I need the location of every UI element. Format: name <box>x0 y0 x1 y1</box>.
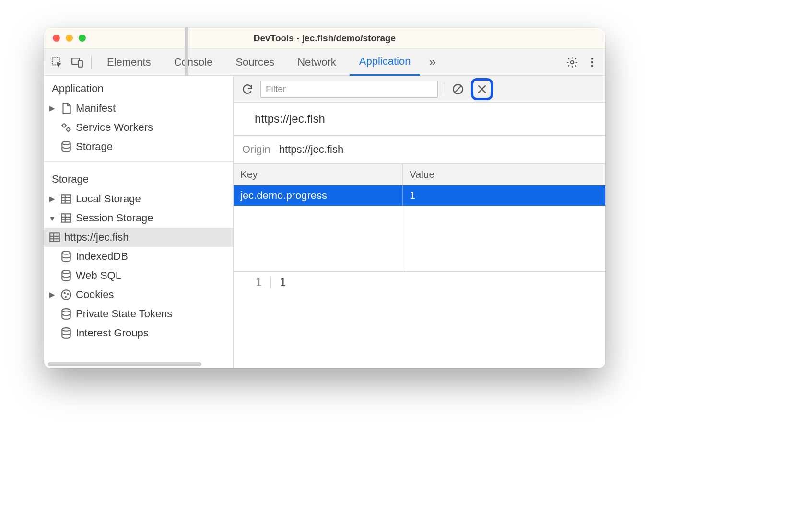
cookie-icon <box>59 288 73 301</box>
cell-value[interactable]: 1 <box>403 185 605 206</box>
svg-point-14 <box>62 270 70 274</box>
sidebar-item-label: Cookies <box>76 289 114 301</box>
devtools-window: DevTools - jec.fish/demo/storage Element… <box>44 28 605 368</box>
delete-selected-icon[interactable] <box>474 81 490 97</box>
tab-network[interactable]: Network <box>288 49 346 76</box>
sidebar-item-local-storage[interactable]: ▶ Local Storage <box>44 189 233 208</box>
storage-toolbar <box>234 76 605 103</box>
svg-point-7 <box>62 124 66 127</box>
database-icon <box>59 140 73 153</box>
tab-sources[interactable]: Sources <box>226 49 284 76</box>
sidebar-item-storage-app[interactable]: Storage <box>44 137 233 156</box>
storage-table-header: Key Value <box>234 164 605 185</box>
origin-heading: https://jec.fish <box>234 103 605 136</box>
sidebar-item-service-workers[interactable]: Service Workers <box>44 118 233 137</box>
inspect-icon[interactable] <box>49 54 65 70</box>
svg-point-8 <box>67 128 70 131</box>
clear-all-icon[interactable] <box>450 81 466 97</box>
sidebar-horizontal-scrollbar[interactable] <box>48 362 201 366</box>
sidebar-item-session-storage[interactable]: ▼ Session Storage <box>44 208 233 228</box>
table-icon <box>59 192 73 206</box>
database-icon <box>59 250 73 263</box>
filter-input[interactable] <box>260 81 438 98</box>
origin-label: Origin <box>242 143 270 156</box>
line-number: 1 <box>234 277 271 289</box>
origin-value: https://jec.fish <box>279 143 344 156</box>
svg-point-17 <box>67 294 68 295</box>
svg-point-15 <box>61 290 71 300</box>
value-viewer: 1 1 <box>234 272 605 293</box>
sidebar-item-interest-groups[interactable]: Interest Groups <box>44 324 233 343</box>
sidebar-item-label: Session Storage <box>76 212 153 224</box>
column-header-value[interactable]: Value <box>403 164 605 185</box>
expand-arrow-icon: ▶ <box>48 195 57 203</box>
table-icon <box>59 211 73 225</box>
content-area: Application ▶ Manifest Service Workers <box>44 76 605 368</box>
viewer-content: 1 <box>271 277 605 289</box>
svg-point-19 <box>62 309 70 312</box>
sidebar-item-label: Manifest <box>76 102 116 115</box>
collapse-arrow-icon: ▼ <box>48 214 57 222</box>
svg-point-20 <box>62 328 70 331</box>
sidebar-item-manifest[interactable]: ▶ Manifest <box>44 99 233 118</box>
expand-arrow-icon: ▶ <box>48 290 57 299</box>
database-icon <box>59 326 73 340</box>
window-title: DevTools - jec.fish/demo/storage <box>44 33 605 44</box>
origin-row: Origin https://jec.fish <box>234 136 605 164</box>
tab-overflow[interactable]: » <box>424 49 440 76</box>
database-icon <box>59 307 73 321</box>
table-row[interactable]: jec.demo.progress 1 <box>234 185 605 206</box>
svg-point-18 <box>65 296 66 297</box>
sidebar-item-label: Interest Groups <box>76 327 149 339</box>
tab-elements[interactable]: Elements <box>97 49 161 76</box>
separator <box>91 56 92 69</box>
svg-point-6 <box>591 65 593 67</box>
svg-point-5 <box>591 61 593 63</box>
database-icon <box>59 269 73 282</box>
svg-rect-12 <box>50 233 59 241</box>
svg-point-4 <box>591 58 593 59</box>
sidebar-item-indexeddb[interactable]: IndexedDB <box>44 247 233 266</box>
svg-point-3 <box>571 60 574 64</box>
storage-detail-panel: https://jec.fish Origin https://jec.fish… <box>234 76 605 368</box>
sidebar-item-cookies[interactable]: ▶ Cookies <box>44 285 233 304</box>
application-sidebar: Application ▶ Manifest Service Workers <box>44 76 234 368</box>
settings-icon[interactable] <box>564 54 580 70</box>
column-divider[interactable] <box>403 206 403 272</box>
sidebar-item-label: IndexedDB <box>76 250 128 263</box>
table-icon <box>48 231 61 244</box>
sidebar-item-label: Web SQL <box>76 269 121 282</box>
column-header-key[interactable]: Key <box>234 164 403 185</box>
section-storage-title: Storage <box>44 166 233 189</box>
sidebar-item-label: Private State Tokens <box>76 308 172 320</box>
sidebar-item-session-origin[interactable]: https://jec.fish <box>44 228 233 247</box>
delete-selected-highlight <box>471 78 493 100</box>
cell-key[interactable]: jec.demo.progress <box>234 185 403 206</box>
tab-application[interactable]: Application <box>350 49 421 76</box>
svg-point-13 <box>62 251 70 254</box>
titlebar: DevTools - jec.fish/demo/storage <box>44 28 605 49</box>
storage-table-body: jec.demo.progress 1 <box>234 185 605 272</box>
device-toolbar-icon[interactable] <box>69 54 85 70</box>
sidebar-item-label: Service Workers <box>76 121 153 134</box>
svg-point-9 <box>62 141 70 145</box>
sidebar-item-websql[interactable]: Web SQL <box>44 266 233 285</box>
svg-rect-10 <box>61 195 71 203</box>
expand-arrow-icon: ▶ <box>48 104 57 113</box>
section-application-title: Application <box>44 76 233 99</box>
sidebar-item-private-state[interactable]: Private State Tokens <box>44 304 233 324</box>
refresh-icon[interactable] <box>239 81 256 97</box>
svg-rect-2 <box>78 60 82 67</box>
svg-point-16 <box>64 293 65 294</box>
document-icon <box>59 102 73 115</box>
sidebar-item-label: Local Storage <box>76 193 141 205</box>
gears-icon <box>59 121 73 134</box>
main-tabbar: Elements Console Sources Network Applica… <box>44 49 605 76</box>
separator <box>444 83 444 95</box>
sidebar-item-label: https://jec.fish <box>64 231 129 243</box>
sidebar-item-label: Storage <box>76 140 113 153</box>
kebab-menu-icon[interactable] <box>584 54 600 70</box>
sidebar-divider <box>44 161 233 162</box>
tab-console[interactable]: Console <box>164 49 223 76</box>
svg-rect-11 <box>61 214 71 222</box>
